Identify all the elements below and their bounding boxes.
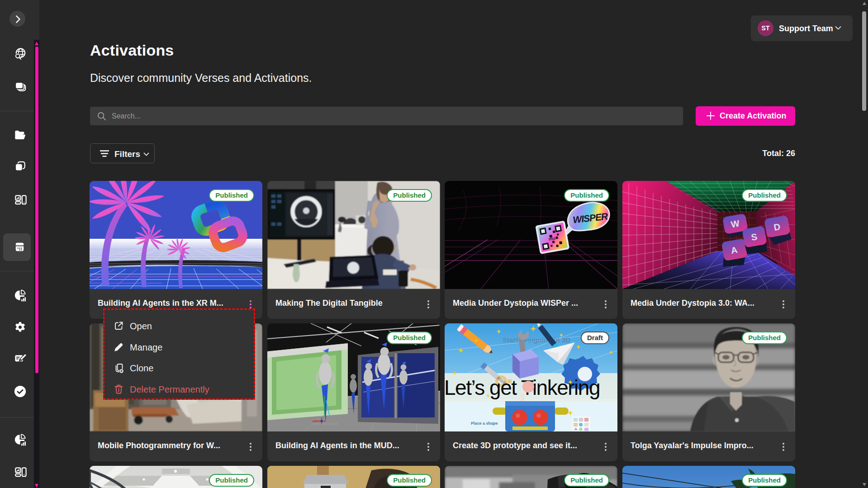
svg-text:Start designing in 3D: Start designing in 3D	[503, 336, 570, 344]
svg-text:Place a shape: Place a shape	[471, 421, 498, 426]
svg-text:W: W	[730, 218, 740, 229]
svg-text:motion capture 2.0 studio: motion capture 2.0 studio	[313, 422, 338, 425]
